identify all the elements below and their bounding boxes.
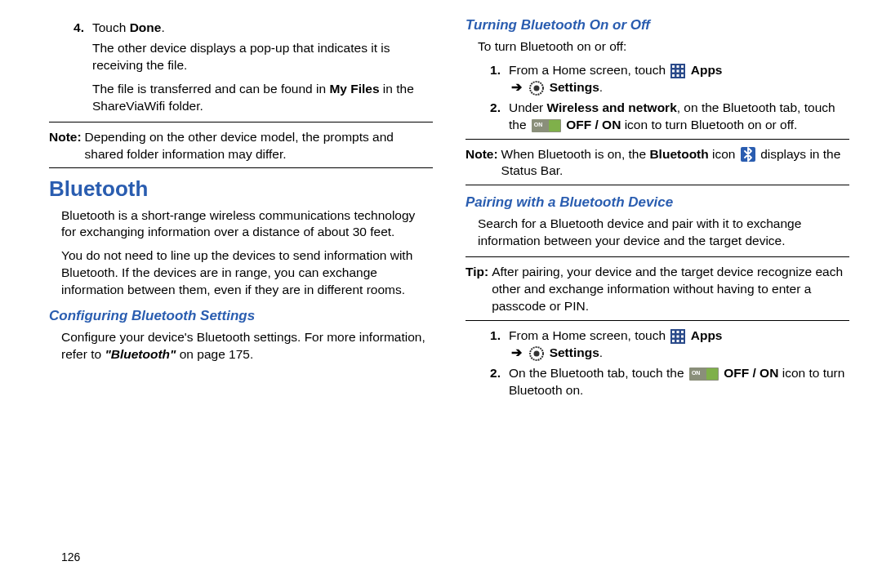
step-number: 2. — [478, 100, 509, 134]
paragraph: The other device displays a pop-up that … — [92, 40, 433, 74]
svg-rect-8 — [677, 74, 679, 77]
paragraph: Configure your device's Bluetooth settin… — [61, 329, 433, 363]
arrow-icon: ➔ — [509, 79, 524, 96]
note: Note: When Bluetooth is on, the Bluetoot… — [466, 146, 849, 180]
svg-rect-19 — [672, 340, 675, 342]
step-number: 2. — [478, 365, 509, 399]
divider — [466, 139, 849, 140]
apps-icon — [670, 64, 685, 78]
step-body: On the Bluetooth tab, touch the ON OFF /… — [509, 365, 849, 399]
divider — [466, 185, 849, 185]
pair-step-2: 2. On the Bluetooth tab, touch the ON OF… — [478, 365, 849, 399]
page-number: 126 — [61, 550, 80, 565]
text-bold: Apps — [691, 63, 723, 77]
settings-icon — [529, 346, 544, 361]
svg-rect-6 — [681, 69, 684, 72]
step-body: From a Home screen, touch Apps ➔ Setting… — [509, 62, 849, 96]
text-bold: Settings — [550, 80, 599, 94]
text: From a Home screen, touch — [509, 63, 669, 77]
text-bold: Done — [130, 20, 162, 34]
text: . — [599, 345, 603, 359]
step-body: Touch Done. — [92, 20, 433, 37]
text: On the Bluetooth tab, touch the — [509, 366, 688, 380]
text: icon — [709, 147, 739, 161]
svg-rect-18 — [681, 335, 684, 337]
svg-rect-16 — [672, 335, 675, 337]
turn-step-1: 1. From a Home screen, touch Apps ➔ Sett… — [478, 62, 849, 96]
svg-point-23 — [534, 350, 540, 356]
svg-rect-7 — [672, 74, 675, 77]
cross-ref: "Bluetooth" — [105, 347, 179, 361]
toggle-on-icon: ON — [532, 119, 561, 132]
svg-rect-2 — [677, 65, 679, 68]
manual-page: 4. Touch Done. The other device displays… — [0, 0, 882, 588]
paragraph: Bluetooth is a short-range wireless comm… — [61, 207, 433, 242]
text-bold: Wireless and network — [547, 100, 677, 114]
text: Touch — [92, 20, 130, 34]
note-label: Note: — [49, 129, 85, 163]
step-number: 4. — [61, 20, 92, 37]
text: . — [161, 20, 164, 34]
step-body: From a Home screen, touch Apps ➔ Setting… — [509, 327, 849, 362]
step-4: 4. Touch Done. — [61, 20, 433, 37]
tip-label: Tip: — [466, 264, 492, 315]
svg-rect-21 — [681, 340, 684, 342]
svg-rect-9 — [681, 74, 684, 77]
left-column: 4. Touch Done. The other device displays… — [49, 16, 433, 572]
tip-body: After pairing, your device and the targe… — [492, 264, 849, 315]
note-body: When Bluetooth is on, the Bluetooth icon… — [501, 146, 849, 180]
note: Note: Depending on the other device mode… — [49, 129, 433, 163]
text: . — [599, 80, 603, 94]
tip: Tip: After pairing, your device and the … — [466, 264, 849, 315]
arrow-icon: ➔ — [509, 345, 524, 362]
divider — [49, 167, 433, 168]
turn-step-2: 2. Under Wireless and network, on the Bl… — [478, 100, 849, 134]
paragraph: Search for a Bluetooth device and pair w… — [478, 216, 849, 250]
svg-rect-4 — [672, 69, 675, 72]
settings-icon — [529, 81, 544, 96]
text: From a Home screen, touch — [509, 328, 669, 342]
right-column: Turning Bluetooth On or Off To turn Blue… — [466, 16, 849, 572]
divider — [466, 320, 849, 321]
note-body: Depending on the other device model, the… — [85, 129, 433, 163]
svg-rect-17 — [677, 335, 679, 337]
text-bold: OFF / ON — [566, 118, 621, 131]
svg-rect-13 — [672, 331, 675, 333]
text: The file is transferred and can be found… — [92, 82, 329, 96]
divider — [466, 256, 849, 257]
step-4-detail-1: The other device displays a pop-up that … — [92, 40, 433, 74]
text: When Bluetooth is on, the — [501, 147, 650, 161]
svg-rect-1 — [672, 65, 675, 68]
heading-bluetooth: Bluetooth — [49, 175, 433, 203]
svg-rect-15 — [681, 331, 684, 333]
text-bold: My Files — [329, 82, 379, 96]
text-bold: Bluetooth — [649, 147, 708, 161]
text: on page 175. — [180, 347, 254, 361]
svg-point-11 — [534, 85, 540, 91]
heading-turning: Turning Bluetooth On or Off — [466, 16, 849, 35]
apps-icon — [670, 329, 685, 344]
svg-rect-14 — [677, 331, 679, 333]
text: Under — [509, 100, 547, 114]
svg-rect-3 — [681, 65, 684, 68]
paragraph: The file is transferred and can be found… — [92, 81, 433, 115]
step-4-detail-2: The file is transferred and can be found… — [92, 81, 433, 115]
text: icon to turn Bluetooth on or off. — [621, 118, 797, 131]
heading-pairing: Pairing with a Bluetooth Device — [466, 194, 849, 212]
text-bold: Apps — [691, 328, 723, 342]
note-label: Note: — [466, 146, 501, 180]
pair-step-1: 1. From a Home screen, touch Apps ➔ Sett… — [478, 327, 849, 362]
bluetooth-icon — [741, 147, 755, 162]
heading-configuring: Configuring Bluetooth Settings — [49, 307, 433, 326]
svg-rect-5 — [677, 69, 679, 72]
step-body: Under Wireless and network, on the Bluet… — [509, 100, 849, 134]
paragraph: You do not need to line up the devices t… — [61, 247, 433, 299]
toggle-on-icon: ON — [689, 368, 719, 381]
svg-rect-20 — [677, 340, 679, 342]
step-number: 1. — [478, 327, 509, 362]
step-number: 1. — [478, 62, 509, 96]
text-bold: Settings — [550, 345, 599, 359]
divider — [49, 122, 433, 122]
paragraph: To turn Bluetooth on or off: — [478, 38, 849, 56]
text-bold: OFF / ON — [724, 366, 778, 380]
